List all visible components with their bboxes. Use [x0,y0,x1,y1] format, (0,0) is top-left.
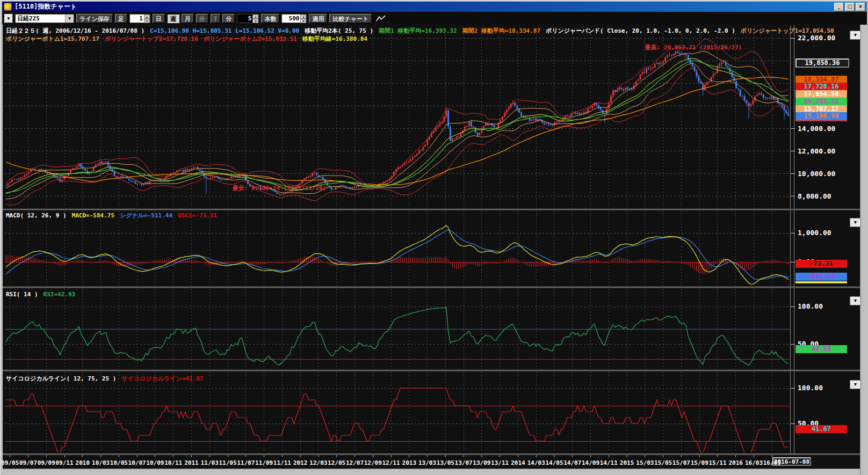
header-item: 移動平均2本( 25, 75 ) [305,27,373,34]
x-axis-label: 14/07 [563,459,581,466]
x-axis-label: 2015 [620,459,634,466]
rsi-scale-dropdown-icon[interactable]: ▼ [850,296,861,305]
price-value-label: 16,393.32 [795,98,847,106]
x-axis-label: 09/11 [55,459,73,466]
apply-button[interactable]: 適用 [309,14,327,23]
header-item: ボリンジャーボトム1=15,707.17 [6,35,99,42]
x-axis-label: 15/09 [691,459,708,466]
period-month-button[interactable]: 月 [182,14,194,23]
x-axis-label: 2013 [402,459,417,466]
close-button[interactable]: × [856,3,865,11]
psych-scale-dropdown-icon[interactable]: ▼ [850,380,861,389]
main-header-line1: 日経２２５( 週, 2006/12/16 - 2016/07/08 )C=15,… [6,27,840,35]
period-week-button[interactable]: 週 [167,14,179,23]
spinner-arrows-icon[interactable]: ▲▼ [252,14,258,23]
period-day-button[interactable]: 日 [153,14,165,23]
x-axis-label: 13/03 [418,459,436,466]
app-window: [5110]指数チャート _ □ × ▼ 日経225 ▼ ライン保存 足 1 ▲… [0,0,868,475]
header-item: ボリンジャートップ2=17,728.16 [105,35,198,42]
window-edge-bottom [3,469,860,475]
header-item: シグナル=-511.44 [120,212,172,219]
save-lines-button[interactable]: ライン保存 [76,14,113,23]
macd-header: MACD( 12, 26, 9 )MACD=-584.75シグナル=-511.4… [6,211,222,220]
panel-divider[interactable] [3,370,860,371]
x-axis-label: 11/05 [219,459,236,466]
x-axis-label: 09/07 [19,459,37,466]
panel-divider[interactable] [3,287,860,288]
x-axis-label: 10/11 [164,459,182,466]
x-axis-label: 13/05 [437,459,454,466]
header-item: 期間1 移動平均=16,393.32 [379,27,457,34]
x-axis-label: 14/05 [545,459,563,466]
x-axis-label: 10/09 [146,459,164,466]
minute-stepper[interactable]: 5 ▲▼ [237,14,259,23]
high-annotation: 最高: 20,952.71 (2015/06/27) [645,43,742,52]
price-value-label: 19,858.36 [795,59,849,68]
x-axis-label: 15/07 [672,459,690,466]
minimize-button[interactable]: _ [834,3,844,11]
x-axis-label: 13/11 [491,459,509,466]
chevron-down-icon[interactable]: ▼ [65,14,74,23]
symbol-select[interactable]: 日経225 ▼ [15,14,74,23]
y-axis-tick: 100.00 [798,302,823,310]
price-value-label: -73.31 [795,260,847,268]
panel-divider[interactable] [3,209,860,210]
period-tick-button[interactable]: T [211,14,221,23]
x-axis-label: 13/09 [473,459,490,466]
minute-value: 5 [237,14,252,23]
hidden-label-sliver [795,281,847,283]
y-axis-tick: 8,000.00 [798,192,831,200]
spinner-arrows-icon[interactable]: ▲▼ [300,14,306,23]
x-axis-label: 09/05 [1,459,19,466]
x-axis-label: 2012 [293,459,308,466]
title-bar[interactable]: [5110]指数チャート _ □ × [2,2,867,12]
minute-label: 分 [222,14,235,23]
header-item: OSCI=-73.31 [178,212,217,219]
x-axis-label: 12/03 [309,459,327,466]
header-item: サイコロジカルライン=41.67 [121,375,203,382]
collapse-arrow-icon[interactable]: ▼ [4,14,13,23]
spinner-arrows-icon[interactable]: ▲▼ [144,14,150,23]
maximize-button[interactable]: □ [845,3,855,11]
chart-plot-area[interactable] [5,25,790,454]
x-axis-label: 12/11 [382,459,400,466]
x-axis-label: 14/11 [600,459,618,466]
x-axis-label: 15/11 [708,459,726,466]
count-stepper[interactable]: 500 ▲▼ [281,14,307,23]
x-axis-label: 14/09 [582,459,599,466]
header-item: ボリンジャーバンド( Close, 20, 1.0, -1.0, 0, 2.0,… [546,27,735,34]
x-axis-label: 15/03 [636,459,654,466]
window-title: [5110]指数チャート [15,2,77,11]
header-item: MACD=-584.75 [72,212,114,219]
x-axis-label: 12/05 [328,459,345,466]
price-value-label: 42.93 [795,345,847,353]
period-minute-button[interactable]: 分 [196,14,208,23]
x-axis-label: 2011 [184,459,199,466]
x-axis-label: 2010 [76,459,90,466]
panel-divider [3,454,860,455]
count-label: 本数 [261,14,279,23]
price-value-label: 41.67 [795,425,847,433]
count-value: 500 [282,14,300,23]
rsi-header: RSI( 14 )RSI=42.93 [6,291,81,298]
x-axis-label: 10/07 [128,459,146,466]
y-axis-tick: 14,000.00 [798,125,835,133]
header-item: 移動平均線=16,380.84 [302,35,367,42]
toolbar: ▼ 日経225 ▼ ライン保存 足 1 ▲▼ 日 週 月 分 T 分 5 ▲▼ … [2,12,867,25]
x-axis-label: 09/09 [38,459,55,466]
y-axis-tick: 100.00 [798,384,823,392]
main-scale-dropdown-icon[interactable]: ▼ [850,31,861,40]
y-axis-tick: 22,000.00 [798,34,835,42]
x-axis-label: 14/03 [527,459,545,466]
x-axis-label: 11/11 [273,459,291,466]
x-axis-label: 10/05 [110,459,128,466]
symbol-select-value: 日経225 [16,14,65,23]
x-axis-label: 2014 [511,459,525,466]
x-axis-label: 16/05 [763,459,781,466]
macd-scale-dropdown-icon[interactable]: ▼ [850,218,861,227]
bar-count-stepper[interactable]: 1 ▲▼ [129,14,150,23]
trendline-tool-icon[interactable] [376,14,387,23]
y-axis-tick: 10,000.00 [798,170,835,178]
header-item: 期間2 移動平均=18,334.87 [462,27,540,34]
compare-chart-button[interactable]: 比較チャート [329,14,372,23]
